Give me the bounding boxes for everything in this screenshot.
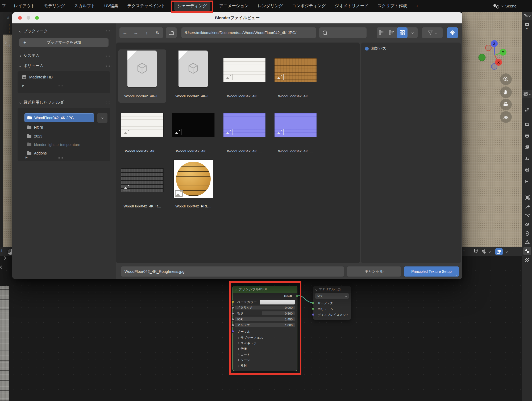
roughness-slider[interactable]: 粗さ0.500 <box>235 311 295 316</box>
panel-coat[interactable]: コート <box>233 352 297 357</box>
file-item-texture[interactable]: WoodFloor042_4K_R... <box>118 160 166 213</box>
vertical-list-view-button[interactable] <box>377 30 387 35</box>
alpha-slider[interactable]: アルファ1.000 <box>235 323 295 327</box>
recent-folders-section-header[interactable]: 最近利用したフォルダ <box>19 100 64 105</box>
tab-geometry-nodes[interactable]: ジオメトリノード <box>335 3 369 9</box>
search-input[interactable] <box>319 27 367 38</box>
drag-grip-icon[interactable] <box>106 30 112 32</box>
file-item-texture[interactable]: WoodFloor042_4K_... <box>221 49 268 103</box>
scene-selector[interactable]: Scene <box>493 2 517 10</box>
maximize-window-button[interactable] <box>35 16 39 20</box>
drag-grip-icon[interactable] <box>57 85 63 87</box>
outliner-header[interactable] <box>522 12 532 20</box>
toggle-grid-button[interactable] <box>500 111 512 123</box>
alpha-socket[interactable] <box>231 324 234 327</box>
tab-scripting[interactable]: スクリプト作成 <box>377 3 407 9</box>
collapse-triangle-icon[interactable]: ▼ <box>526 27 528 30</box>
panel-subsurface[interactable]: サブサーフェス <box>233 335 297 340</box>
recent-folders-dropdown-button[interactable] <box>97 113 107 123</box>
new-folder-button[interactable] <box>166 27 177 38</box>
path-field[interactable]: /Users/mikiomakino/Documents.../Wood/Woo… <box>181 27 316 38</box>
material-output-node[interactable]: マテリアル出力 全て サーフェス ボリューム ディスプレイスメント <box>313 286 351 320</box>
physics-tab-icon[interactable] <box>523 220 531 228</box>
snap-dropdown-chevron[interactable] <box>489 250 491 253</box>
tab-texture-paint[interactable]: テクスチャペイント <box>127 3 165 9</box>
pan-hand-button[interactable] <box>500 86 512 98</box>
constraints-tab-icon[interactable] <box>523 229 531 237</box>
filter-group[interactable] <box>422 27 443 38</box>
view-layer-tab-icon[interactable] <box>523 143 531 151</box>
volumes-section-header[interactable]: ボリューム <box>19 63 44 68</box>
filter-settings-gear-button[interactable] <box>447 27 458 38</box>
tab-compositing[interactable]: コンポジティング <box>292 3 326 9</box>
base-color-swatch[interactable] <box>259 300 295 305</box>
drag-grip-icon[interactable] <box>57 157 63 159</box>
particles-tab-icon[interactable] <box>523 212 531 220</box>
tab-sculpting[interactable]: スカルプト <box>74 3 95 9</box>
ior-socket[interactable] <box>231 318 234 321</box>
bookmarks-section-header[interactable]: ブックマーク <box>19 29 48 34</box>
base-color-socket[interactable] <box>231 300 234 303</box>
ior-slider[interactable]: IOR1.450 <box>235 317 295 321</box>
texture-tab-icon[interactable] <box>523 256 531 264</box>
principled-bsdf-node[interactable]: プリンシプルBSDF BSDF ベースカラー メタリック0.000 粗さ0.50… <box>232 286 297 371</box>
bsdf-output-socket[interactable] <box>296 295 298 297</box>
panel-emission[interactable]: 放射 <box>233 363 297 368</box>
roughness-socket[interactable] <box>231 312 234 315</box>
collapse-chevron-icon[interactable] <box>315 288 317 290</box>
file-item-blend[interactable]: WoodFloor042_4K-J... <box>169 49 217 103</box>
add-bookmark-button[interactable]: + ブックマークを追加 <box>19 38 109 47</box>
camera-view-button[interactable] <box>500 99 512 110</box>
drag-grip-icon[interactable] <box>106 55 112 57</box>
tab-layout[interactable]: レイアウト <box>14 3 35 9</box>
metallic-socket[interactable] <box>231 306 234 309</box>
expand-play-icon[interactable]: ▶ <box>22 84 24 87</box>
tab-modeling[interactable]: モデリング <box>44 3 65 9</box>
pack-arrow-icon[interactable]: ↑ <box>463 248 465 254</box>
dialog-titlebar[interactable]: Blenderファイルビュー <box>12 12 462 23</box>
drag-grip-icon[interactable] <box>106 101 112 104</box>
display-size-dropdown[interactable] <box>408 32 418 34</box>
zoom-button[interactable] <box>500 73 512 85</box>
expand-play-icon[interactable]: ▶ <box>26 156 28 159</box>
thumbnail-view-button[interactable] <box>397 27 408 38</box>
metallic-slider[interactable]: メタリック0.000 <box>235 305 295 310</box>
panel-transmission[interactable]: 伝播 <box>233 346 297 352</box>
object-data-tab-icon[interactable] <box>523 238 531 246</box>
relative-path-option[interactable]: 相対パス <box>365 46 386 51</box>
horizontal-list-view-button[interactable] <box>387 30 397 35</box>
drag-grip-icon[interactable] <box>106 65 112 67</box>
snap-target-icon[interactable] <box>481 249 487 255</box>
parent-directory-button[interactable]: ↑ <box>141 30 152 36</box>
system-section-header[interactable]: システム <box>19 53 40 58</box>
render-tab-icon[interactable] <box>523 120 531 128</box>
output-tab-icon[interactable] <box>523 132 531 140</box>
filename-input[interactable]: WoodFloor042_4K_Roughness.jpg <box>121 266 344 277</box>
partial-workspace-tab[interactable]: プ <box>2 3 6 8</box>
collection-tab-icon[interactable] <box>523 177 531 185</box>
file-item-texture[interactable]: WoodFloor042_4K_... <box>221 105 268 158</box>
file-item-texture[interactable]: WoodFloor042_4K_... <box>169 105 217 158</box>
properties-header[interactable] <box>522 90 532 98</box>
forward-button[interactable]: → <box>130 30 141 36</box>
panel-specular[interactable]: スペキュラー <box>233 341 297 346</box>
relative-path-checkbox[interactable] <box>365 47 369 51</box>
output-target-dropdown[interactable]: 全て <box>315 293 349 299</box>
viewport-navigation-gizmo[interactable]: Z Y X <box>476 39 513 73</box>
tab-rendering[interactable]: レンダリング <box>258 3 283 9</box>
recent-folder-selected[interactable]: WoodFloor042_4K-JPG <box>24 113 94 122</box>
material-tab-icon[interactable] <box>523 247 531 255</box>
object-tab-icon[interactable] <box>523 193 531 201</box>
cancel-button[interactable]: キャンセル <box>347 266 401 277</box>
tab-shading[interactable]: シェーディング <box>174 1 210 11</box>
snap-magnet-icon[interactable] <box>473 249 479 256</box>
world-tab-icon[interactable] <box>523 166 531 174</box>
tab-animation[interactable]: アニメーション <box>219 3 249 9</box>
minimize-window-button[interactable] <box>27 16 30 20</box>
recent-folder-blender-light[interactable]: blender-light...r-temperature <box>27 143 80 147</box>
volume-macintosh-hd[interactable]: Macintosh HD <box>22 75 53 79</box>
file-item-blend-selected[interactable]: WoodFloor042_4K-J... <box>118 49 166 103</box>
file-item-texture[interactable]: WoodFloor042_4K_... <box>272 49 319 103</box>
recent-folder-addons[interactable]: Addons <box>27 151 47 155</box>
refresh-button[interactable]: ↻ <box>152 30 163 36</box>
